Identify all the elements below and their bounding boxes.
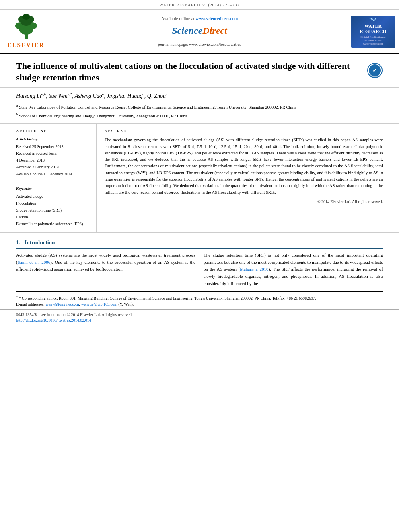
elsevier-tree-svg (10, 14, 42, 40)
elsevier-wordmark: ELSEVIER (8, 41, 45, 49)
title-text-container: The influence of multivalent cations on … (16, 60, 361, 83)
doi-line: http://dx.doi.org/10.1016/j.watres.2014.… (16, 318, 383, 323)
author-1: Haisong Lia,b (16, 93, 46, 99)
section-heading-row: 1. Introduction (16, 239, 383, 249)
accepted-date: Accepted 3 February 2014 (16, 164, 90, 170)
section-number: 1. (16, 239, 21, 247)
wr-title: WATERRESEARCH (360, 24, 387, 34)
intro-left-text: Activated sludge (AS) systems are the mo… (16, 252, 195, 273)
authors-line: Haisong Lia,b, Yue Wena,*, Asheng Caoa, … (16, 92, 383, 100)
elsevier-logo-container: ELSEVIER (0, 10, 52, 53)
header-center: Available online at www.sciencedirect.co… (52, 10, 347, 53)
keyword-5: Extracellular polymeric substances (EPS) (16, 221, 90, 227)
author-3: Asheng Caoa (75, 93, 104, 99)
author-4: Jingshui Huanga (107, 93, 144, 99)
copyright-line: © 2014 Elsevier Ltd. All rights reserved… (105, 199, 383, 205)
sciencedirect-url-link[interactable]: www.sciencedirect.com (195, 16, 238, 21)
available-online-text: Available online at www.sciencedirect.co… (161, 16, 238, 22)
keyword-3: Sludge retention time (SRT) (16, 207, 90, 213)
author-5: Qi Zhoua (147, 93, 168, 99)
article-info-col: ARTICLE INFO Article history: Received 2… (8, 124, 97, 232)
history-heading: Article history: (16, 137, 90, 142)
journal-homepage-link[interactable]: www.elsevier.com/locate/watres (189, 42, 241, 47)
journal-homepage: journal homepage: www.elsevier.com/locat… (158, 42, 241, 47)
email-note: E-mail addresses: weny@tongji.edu.cn, we… (16, 301, 383, 307)
body-section: ARTICLE INFO Article history: Received 2… (0, 124, 399, 233)
section-title: Introduction (25, 239, 55, 247)
author-2: Yue Wena,* (49, 93, 72, 99)
svg-text:CrossMark: CrossMark (370, 75, 380, 77)
elsevier-logo: ELSEVIER (8, 14, 45, 49)
journal-header-bar: WATER RESEARCH 55 (2014) 225–232 (0, 0, 399, 10)
received-revised-label: Received in revised form (16, 150, 90, 156)
wr-subtitle: Official Publication ofthe International… (360, 35, 386, 45)
affiliation-a: a State Key Laboratory of Pollution Cont… (16, 103, 383, 110)
water-research-badge-container: IWA WATERRESEARCH Official Publication o… (347, 10, 399, 53)
article-info-heading: ARTICLE INFO (16, 129, 90, 134)
abstract-text: The mechanism governing the flocculation… (105, 137, 383, 195)
introduction-section: 1. Introduction Activated sludge (AS) sy… (0, 233, 399, 292)
intro-two-col: Activated sludge (AS) systems are the mo… (16, 252, 383, 287)
title-section: The influence of multivalent cations on … (0, 54, 399, 88)
intro-left-col: Activated sludge (AS) systems are the mo… (16, 252, 195, 287)
email-1-link[interactable]: weny@tongji.edu.cn (45, 302, 79, 306)
keyword-2: Flocculation (16, 200, 90, 206)
svg-text:✓: ✓ (372, 67, 377, 74)
crossmark-icon: ✓ CrossMark (367, 62, 383, 78)
iwa-label: IWA (369, 17, 376, 23)
water-research-badge: IWA WATERRESEARCH Official Publication o… (351, 16, 395, 48)
corresponding-author-note: * * Corresponding author. Room 301, Ming… (16, 295, 383, 301)
footnote-section: * * Corresponding author. Room 301, Ming… (16, 291, 383, 309)
abstract-col: ABSTRACT The mechanism governing the flo… (97, 124, 391, 232)
received-revised-date: 4 December 2013 (16, 157, 90, 163)
svg-point-7 (22, 14, 30, 20)
issn-line: 0043-1354/$ – see front matter © 2014 El… (16, 312, 383, 318)
intro-right-text: The sludge retention time (SRT) is not o… (204, 252, 383, 287)
keywords-heading: Keywords: (16, 186, 90, 191)
journal-citation: WATER RESEARCH 55 (2014) 225–232 (159, 3, 239, 7)
sciencedirect-logo: ScienceDirect (172, 24, 227, 38)
intro-right-col: The sludge retention time (SRT) is not o… (204, 252, 383, 287)
page-wrapper: WATER RESEARCH 55 (2014) 225–232 ELSEVIE… (0, 0, 399, 326)
doi-link[interactable]: http://dx.doi.org/10.1016/j.watres.2014.… (16, 318, 91, 322)
available-online-date: Available online 15 February 2014 (16, 171, 90, 177)
article-history: Article history: Received 25 September 2… (16, 137, 90, 177)
header-area: ELSEVIER Available online at www.science… (0, 10, 399, 54)
footer-bar: 0043-1354/$ – see front matter © 2014 El… (0, 309, 399, 326)
cite-maharajh[interactable]: Maharajh, 2010 (240, 267, 268, 271)
email-2-link[interactable]: wenyue@vip.163.com (81, 302, 117, 306)
authors-section: Haisong Lia,b, Yue Wena,*, Asheng Caoa, … (0, 88, 399, 124)
keyword-4: Cations (16, 214, 90, 220)
crossmark-container[interactable]: ✓ CrossMark (367, 62, 383, 80)
received-date: Received 25 September 2013 (16, 144, 90, 150)
cite-sanin[interactable]: Sanin et al., 2006 (18, 260, 51, 265)
abstract-heading: ABSTRACT (105, 129, 383, 134)
keyword-1: Activated sludge (16, 193, 90, 199)
keywords-section: Keywords: Activated sludge Flocculation … (16, 182, 90, 227)
affiliation-b: b School of Chemical Engineering and Ene… (16, 112, 383, 119)
paper-title: The influence of multivalent cations on … (16, 60, 361, 83)
